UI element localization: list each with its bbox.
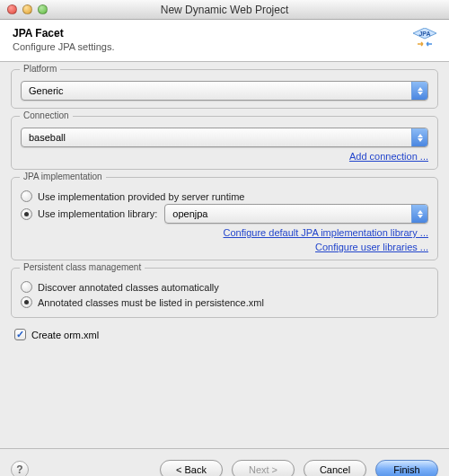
discover-label: Discover annotated classes automatically bbox=[38, 282, 219, 293]
chevron-updown-icon bbox=[411, 205, 427, 223]
implementation-group: JPA implementation Use implementation pr… bbox=[11, 177, 438, 260]
listed-label: Annotated classes must be listed in pers… bbox=[38, 297, 264, 308]
persistent-group-label: Persistent class management bbox=[20, 262, 145, 272]
connection-select[interactable]: baseball bbox=[21, 128, 428, 147]
configure-user-link[interactable]: Configure user libraries ... bbox=[315, 242, 428, 252]
impl-library-label: Use implementation library: bbox=[38, 208, 157, 219]
radio-icon bbox=[21, 281, 32, 293]
platform-value: Generic bbox=[29, 85, 64, 96]
back-button[interactable]: < Back bbox=[160, 460, 223, 477]
discover-radio[interactable]: Discover annotated classes automatically bbox=[21, 279, 428, 295]
radio-icon bbox=[21, 208, 32, 220]
cancel-button[interactable]: Cancel bbox=[304, 460, 366, 477]
checkbox-icon bbox=[14, 329, 26, 340]
finish-button[interactable]: Finish bbox=[375, 460, 438, 477]
page-subtitle: Configure JPA settings. bbox=[13, 41, 115, 52]
add-connection-link[interactable]: Add connection ... bbox=[349, 151, 428, 162]
listed-radio[interactable]: Annotated classes must be listed in pers… bbox=[21, 295, 428, 310]
wizard-header: JPA Facet Configure JPA settings. JPA bbox=[0, 20, 449, 62]
create-orm-label: Create orm.xml bbox=[31, 330, 99, 340]
platform-select[interactable]: Generic bbox=[21, 81, 428, 101]
page-title: JPA Facet bbox=[13, 27, 115, 40]
impl-library-select[interactable]: openjpa bbox=[164, 204, 428, 224]
platform-group-label: Platform bbox=[20, 64, 60, 74]
radio-icon bbox=[21, 190, 32, 202]
create-orm-checkbox[interactable]: Create orm.xml bbox=[11, 325, 438, 340]
chevron-updown-icon bbox=[411, 128, 427, 146]
window-title: New Dynamic Web Project bbox=[0, 4, 449, 16]
persistent-group: Persistent class management Discover ann… bbox=[11, 268, 438, 318]
connection-value: baseball bbox=[29, 132, 66, 143]
connection-group: Connection baseball Add connection ... bbox=[11, 116, 438, 170]
platform-group: Platform Generic bbox=[11, 69, 438, 109]
jpa-icon: JPA bbox=[411, 28, 438, 51]
help-icon[interactable]: ? bbox=[11, 461, 29, 477]
connection-group-label: Connection bbox=[20, 110, 73, 120]
chevron-updown-icon bbox=[411, 82, 427, 100]
svg-text:JPA: JPA bbox=[418, 31, 430, 37]
impl-server-label: Use implementation provided by server ru… bbox=[38, 191, 245, 202]
next-button[interactable]: Next > bbox=[232, 460, 295, 477]
impl-library-value: openjpa bbox=[172, 208, 207, 219]
radio-icon bbox=[21, 296, 32, 308]
content-area: Platform Generic Connection baseball Add… bbox=[0, 62, 449, 448]
implementation-group-label: JPA implementation bbox=[20, 172, 106, 181]
impl-server-radio[interactable]: Use implementation provided by server ru… bbox=[21, 189, 428, 204]
configure-default-link[interactable]: Configure default JPA implementation lib… bbox=[224, 227, 428, 238]
impl-library-radio[interactable]: Use implementation library: bbox=[21, 207, 157, 222]
footer: ? < Back Next > Cancel Finish bbox=[0, 448, 449, 476]
titlebar: New Dynamic Web Project bbox=[0, 0, 449, 20]
